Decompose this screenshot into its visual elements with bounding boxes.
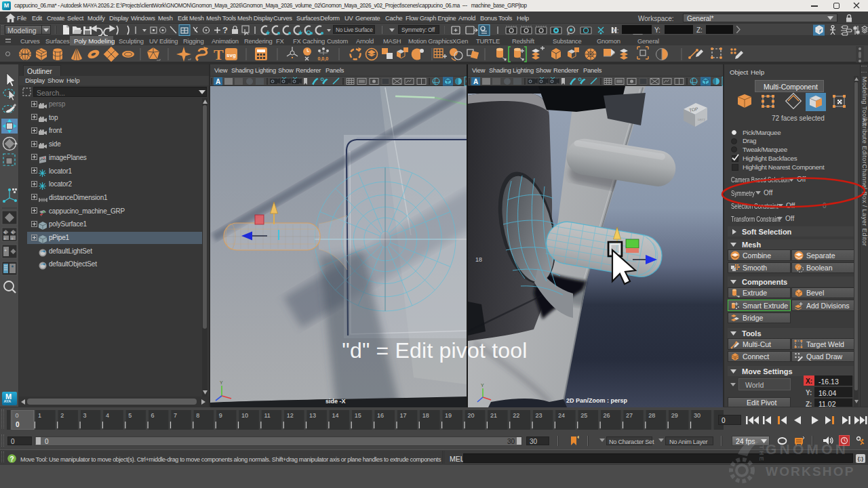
svg-text:+: + (4, 248, 7, 253)
svg-text:11: 11 (264, 412, 270, 419)
svg-text:A: A (216, 78, 220, 85)
svg-text:0,0,0: 0,0,0 (318, 56, 329, 62)
svg-text:19: 19 (445, 412, 452, 419)
svg-text:16: 16 (377, 412, 384, 419)
svg-text:12: 12 (287, 412, 294, 419)
svg-text:A: A (473, 78, 478, 85)
svg-text:21: 21 (490, 412, 497, 419)
svg-text:?: ? (10, 455, 14, 463)
svg-text:25: 25 (580, 412, 587, 419)
svg-text:14: 14 (332, 412, 338, 419)
svg-text:26: 26 (604, 412, 610, 419)
svg-text:7: 7 (174, 412, 177, 419)
svg-text:GNOMON: GNOMON (766, 441, 848, 457)
svg-text:THE: THE (758, 445, 766, 462)
svg-text:0: 0 (16, 412, 19, 419)
svg-text:5: 5 (128, 412, 132, 419)
svg-text:side -X: side -X (326, 398, 346, 405)
svg-text:15: 15 (355, 412, 361, 419)
svg-text:20: 20 (468, 412, 475, 419)
svg-text:0: 0 (16, 421, 20, 428)
svg-text:1: 1 (38, 412, 41, 419)
svg-text:29: 29 (671, 412, 678, 419)
svg-text:8: 8 (196, 412, 199, 419)
svg-text:28: 28 (648, 412, 655, 419)
svg-text:svg: svg (226, 52, 236, 58)
svg-text:WORKSHOP: WORKSHOP (766, 464, 855, 479)
svg-text:X:: X: (612, 27, 618, 35)
svg-text:Y: Y (220, 380, 223, 385)
svg-text:13: 13 (309, 412, 316, 419)
svg-text:10: 10 (241, 412, 248, 419)
svg-text:17: 17 (400, 412, 407, 419)
svg-text:9: 9 (219, 412, 222, 419)
svg-text:22: 22 (513, 412, 519, 419)
svg-text:30: 30 (694, 412, 701, 419)
svg-text:18: 18 (422, 412, 429, 419)
svg-text:27: 27 (626, 412, 633, 419)
svg-text:+: + (11, 230, 14, 235)
svg-text:23: 23 (536, 412, 542, 419)
svg-text:+: + (11, 237, 14, 241)
svg-text:24: 24 (558, 412, 565, 419)
svg-text:?: ? (222, 25, 228, 35)
svg-text:6: 6 (151, 412, 155, 419)
svg-text:4: 4 (106, 412, 109, 419)
svg-text:T: T (214, 46, 224, 63)
svg-text:2D Pan/Zoom : persp: 2D Pan/Zoom : persp (566, 397, 628, 404)
svg-text:3: 3 (83, 412, 87, 419)
svg-text:2: 2 (60, 412, 64, 419)
svg-text:Y: Y (481, 383, 484, 388)
svg-text:+: + (3, 237, 6, 241)
svg-text:+: + (3, 230, 6, 235)
svg-text:18: 18 (475, 256, 482, 263)
